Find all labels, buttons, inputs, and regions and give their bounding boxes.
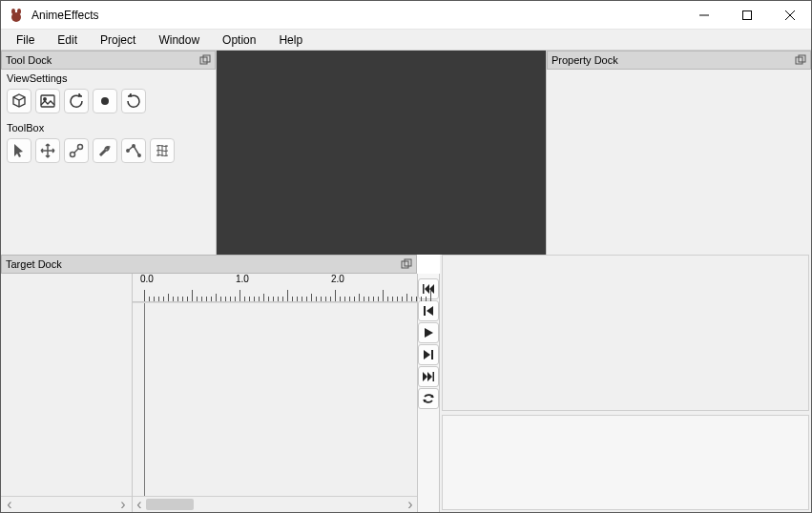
window-controls [682,1,811,30]
minimize-button[interactable] [682,1,725,30]
svg-point-2 [17,9,21,14]
toolbox-row [1,136,216,169]
tool-dock-title: Tool Dock [6,54,52,66]
svg-rect-21 [423,284,425,294]
canvas[interactable] [217,51,546,255]
tool-dock: Tool Dock ViewSettings ToolBox [1,51,217,255]
mesh-tool-button[interactable] [150,138,175,163]
record-button[interactable] [93,89,117,113]
step-forward-button[interactable] [418,344,439,365]
fast-forward-end-button[interactable] [418,366,439,387]
menu-project[interactable]: Project [89,31,147,49]
bone-tool-button[interactable] [64,138,89,163]
ruler-label-2: 2.0 [331,274,344,284]
svg-point-14 [127,150,129,152]
view-settings-row [1,87,216,119]
timeline-hscroll[interactable]: ‹ › [133,496,417,512]
ruler-label-0: 0.0 [140,274,154,284]
ruler-label-1: 1.0 [236,274,249,284]
menu-window[interactable]: Window [147,31,211,49]
property-dock: Property Dock [546,51,811,255]
menubar: File Edit Project Window Option Help [1,30,811,51]
rotate-left-button[interactable] [64,89,89,113]
target-dock-header: Target Dock [1,255,417,274]
svg-point-1 [11,9,15,14]
rotate-right-button[interactable] [121,89,146,113]
maximize-button[interactable] [725,1,768,30]
target-dock: Target Dock ‹ › 0.0 1.0 2.0 [1,255,440,512]
play-button[interactable] [418,322,439,343]
tree-panel: ‹ › [1,274,133,512]
ruler-ticks [133,288,417,301]
property-area-top [442,255,809,411]
property-area-bottom [442,415,809,510]
close-button[interactable] [768,1,811,30]
wrench-tool-button[interactable] [93,138,117,163]
toolbox-label: ToolBox [1,119,216,136]
svg-point-15 [133,145,135,147]
scroll-left-icon[interactable]: ‹ [133,496,146,513]
svg-point-11 [101,97,109,105]
image-view-button[interactable] [35,89,60,113]
move-tool-button[interactable] [35,138,60,163]
scroll-thumb[interactable] [146,499,194,510]
scroll-right-icon[interactable]: › [116,498,130,511]
tree-hscroll[interactable]: ‹ › [1,496,132,512]
svg-point-16 [138,154,140,156]
view-settings-label: ViewSettings [1,70,216,87]
float-icon[interactable] [795,54,806,66]
timeline-body[interactable] [133,302,417,496]
scroll-right-icon[interactable]: › [404,496,417,513]
loop-button[interactable] [418,388,439,409]
svg-point-12 [71,153,75,157]
svg-rect-22 [424,306,426,316]
titlebar: AnimeEffects [1,1,811,30]
svg-rect-24 [433,372,435,381]
scroll-left-icon[interactable]: ‹ [3,498,16,511]
cursor-tool-button[interactable] [7,138,31,163]
timeline-panel: 0.0 1.0 2.0 ‹ › [133,274,417,512]
tool-dock-header: Tool Dock [1,51,216,70]
svg-rect-23 [431,350,433,359]
right-lower-panel [440,255,811,512]
float-icon[interactable] [401,258,412,270]
target-dock-title: Target Dock [6,258,62,270]
pose-tool-button[interactable] [121,138,146,163]
tree-content[interactable] [1,274,132,496]
property-dock-title: Property Dock [552,54,618,66]
svg-rect-9 [41,95,54,107]
svg-point-10 [44,98,47,101]
playback-controls [417,274,440,512]
cube-view-button[interactable] [7,89,31,113]
menu-option[interactable]: Option [211,31,267,49]
svg-point-13 [78,145,83,150]
property-body [547,70,811,255]
svg-rect-4 [742,10,751,19]
app-icon [9,8,24,23]
float-icon[interactable] [199,54,211,66]
timeline-ruler[interactable]: 0.0 1.0 2.0 [133,274,417,302]
app-title: AnimeEffects [31,9,682,22]
menu-file[interactable]: File [5,31,46,49]
playhead[interactable] [144,303,145,496]
step-back-button[interactable] [418,300,439,321]
menu-help[interactable]: Help [267,31,314,49]
menu-edit[interactable]: Edit [46,31,89,49]
property-dock-header: Property Dock [547,51,811,70]
